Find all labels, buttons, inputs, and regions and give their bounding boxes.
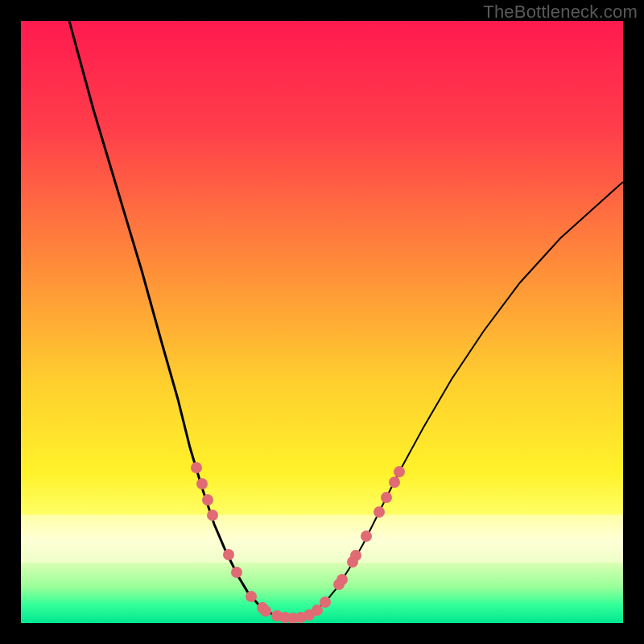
- scatter-point: [394, 466, 405, 477]
- watermark-text: TheBottleneck.com: [483, 2, 638, 23]
- chart-svg: [21, 21, 623, 623]
- scatter-point: [361, 530, 372, 542]
- scatter-point: [374, 506, 385, 518]
- pale-band: [21, 514, 623, 563]
- scatter-point: [202, 494, 213, 506]
- scatter-point: [312, 605, 323, 616]
- scatter-point: [207, 510, 218, 521]
- scatter-point: [336, 574, 348, 585]
- scatter-point: [260, 605, 271, 617]
- scatter-point: [246, 591, 257, 602]
- scatter-point: [381, 492, 392, 503]
- scatter-point: [231, 567, 242, 578]
- scatter-point: [350, 550, 361, 561]
- scatter-point: [320, 597, 331, 608]
- scatter-point: [196, 478, 208, 489]
- scatter-point: [223, 549, 234, 560]
- chart-plot-area: [21, 21, 623, 623]
- scatter-point: [191, 462, 202, 473]
- scatter-point: [389, 477, 400, 488]
